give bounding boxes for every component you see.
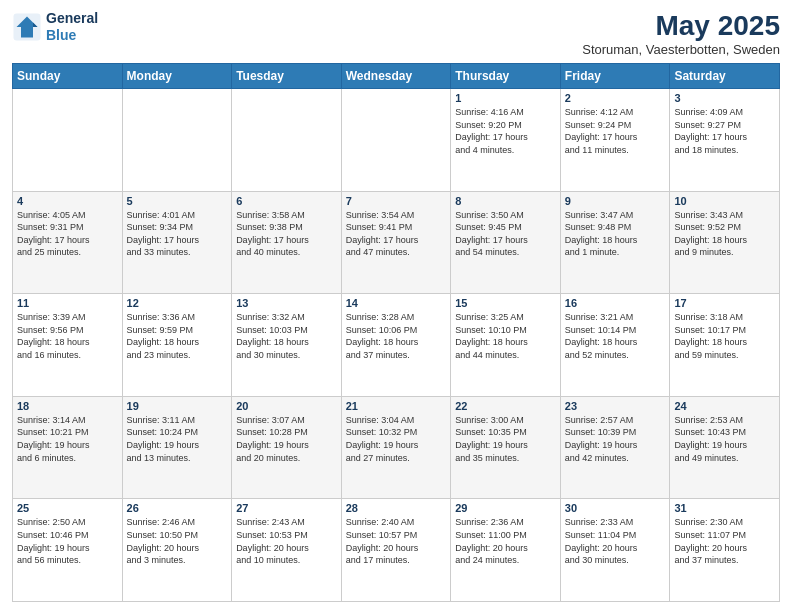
logo-text: General Blue: [46, 10, 98, 44]
day-info: Sunrise: 2:33 AM Sunset: 11:04 PM Daylig…: [565, 516, 666, 566]
day-info: Sunrise: 3:54 AM Sunset: 9:41 PM Dayligh…: [346, 209, 447, 259]
day-info: Sunrise: 3:47 AM Sunset: 9:48 PM Dayligh…: [565, 209, 666, 259]
calendar-col-header: Monday: [122, 64, 232, 89]
day-info: Sunrise: 2:36 AM Sunset: 11:00 PM Daylig…: [455, 516, 556, 566]
calendar-col-header: Friday: [560, 64, 670, 89]
day-info: Sunrise: 3:43 AM Sunset: 9:52 PM Dayligh…: [674, 209, 775, 259]
day-info: Sunrise: 4:12 AM Sunset: 9:24 PM Dayligh…: [565, 106, 666, 156]
calendar-cell: 13Sunrise: 3:32 AM Sunset: 10:03 PM Dayl…: [232, 294, 342, 397]
logo-icon: [12, 12, 42, 42]
day-info: Sunrise: 2:57 AM Sunset: 10:39 PM Daylig…: [565, 414, 666, 464]
calendar-cell: 29Sunrise: 2:36 AM Sunset: 11:00 PM Dayl…: [451, 499, 561, 602]
day-number: 31: [674, 502, 775, 514]
main-title: May 2025: [582, 10, 780, 42]
subtitle: Storuman, Vaesterbotten, Sweden: [582, 42, 780, 57]
day-number: 9: [565, 195, 666, 207]
calendar-week-row: 1Sunrise: 4:16 AM Sunset: 9:20 PM Daylig…: [13, 89, 780, 192]
day-number: 23: [565, 400, 666, 412]
day-number: 24: [674, 400, 775, 412]
day-info: Sunrise: 3:32 AM Sunset: 10:03 PM Daylig…: [236, 311, 337, 361]
calendar-cell: 19Sunrise: 3:11 AM Sunset: 10:24 PM Dayl…: [122, 396, 232, 499]
day-number: 5: [127, 195, 228, 207]
calendar-week-row: 11Sunrise: 3:39 AM Sunset: 9:56 PM Dayli…: [13, 294, 780, 397]
logo-line2: Blue: [46, 27, 98, 44]
day-info: Sunrise: 4:09 AM Sunset: 9:27 PM Dayligh…: [674, 106, 775, 156]
calendar-cell: 17Sunrise: 3:18 AM Sunset: 10:17 PM Dayl…: [670, 294, 780, 397]
calendar-week-row: 25Sunrise: 2:50 AM Sunset: 10:46 PM Dayl…: [13, 499, 780, 602]
day-number: 20: [236, 400, 337, 412]
calendar-cell: 6Sunrise: 3:58 AM Sunset: 9:38 PM Daylig…: [232, 191, 342, 294]
calendar-week-row: 4Sunrise: 4:05 AM Sunset: 9:31 PM Daylig…: [13, 191, 780, 294]
day-number: 2: [565, 92, 666, 104]
day-info: Sunrise: 3:18 AM Sunset: 10:17 PM Daylig…: [674, 311, 775, 361]
calendar-cell: 27Sunrise: 2:43 AM Sunset: 10:53 PM Dayl…: [232, 499, 342, 602]
day-number: 10: [674, 195, 775, 207]
day-number: 21: [346, 400, 447, 412]
day-info: Sunrise: 3:07 AM Sunset: 10:28 PM Daylig…: [236, 414, 337, 464]
calendar-cell: 21Sunrise: 3:04 AM Sunset: 10:32 PM Dayl…: [341, 396, 451, 499]
day-number: 11: [17, 297, 118, 309]
calendar-cell: 22Sunrise: 3:00 AM Sunset: 10:35 PM Dayl…: [451, 396, 561, 499]
calendar-col-header: Wednesday: [341, 64, 451, 89]
day-info: Sunrise: 4:16 AM Sunset: 9:20 PM Dayligh…: [455, 106, 556, 156]
day-number: 29: [455, 502, 556, 514]
calendar-cell: 12Sunrise: 3:36 AM Sunset: 9:59 PM Dayli…: [122, 294, 232, 397]
header: General Blue May 2025 Storuman, Vaesterb…: [12, 10, 780, 57]
calendar-cell: 1Sunrise: 4:16 AM Sunset: 9:20 PM Daylig…: [451, 89, 561, 192]
calendar-col-header: Saturday: [670, 64, 780, 89]
calendar-cell: 2Sunrise: 4:12 AM Sunset: 9:24 PM Daylig…: [560, 89, 670, 192]
calendar-cell: 3Sunrise: 4:09 AM Sunset: 9:27 PM Daylig…: [670, 89, 780, 192]
day-number: 7: [346, 195, 447, 207]
day-info: Sunrise: 3:00 AM Sunset: 10:35 PM Daylig…: [455, 414, 556, 464]
day-info: Sunrise: 4:01 AM Sunset: 9:34 PM Dayligh…: [127, 209, 228, 259]
day-info: Sunrise: 3:39 AM Sunset: 9:56 PM Dayligh…: [17, 311, 118, 361]
day-number: 27: [236, 502, 337, 514]
day-number: 1: [455, 92, 556, 104]
day-info: Sunrise: 2:46 AM Sunset: 10:50 PM Daylig…: [127, 516, 228, 566]
calendar-cell: 26Sunrise: 2:46 AM Sunset: 10:50 PM Dayl…: [122, 499, 232, 602]
calendar-cell: 23Sunrise: 2:57 AM Sunset: 10:39 PM Dayl…: [560, 396, 670, 499]
calendar-cell: [232, 89, 342, 192]
day-number: 19: [127, 400, 228, 412]
calendar-col-header: Sunday: [13, 64, 123, 89]
day-number: 4: [17, 195, 118, 207]
day-info: Sunrise: 2:50 AM Sunset: 10:46 PM Daylig…: [17, 516, 118, 566]
day-number: 14: [346, 297, 447, 309]
day-info: Sunrise: 2:43 AM Sunset: 10:53 PM Daylig…: [236, 516, 337, 566]
calendar-cell: 24Sunrise: 2:53 AM Sunset: 10:43 PM Dayl…: [670, 396, 780, 499]
day-info: Sunrise: 2:40 AM Sunset: 10:57 PM Daylig…: [346, 516, 447, 566]
day-number: 16: [565, 297, 666, 309]
calendar-cell: 25Sunrise: 2:50 AM Sunset: 10:46 PM Dayl…: [13, 499, 123, 602]
day-number: 3: [674, 92, 775, 104]
day-info: Sunrise: 3:58 AM Sunset: 9:38 PM Dayligh…: [236, 209, 337, 259]
day-number: 12: [127, 297, 228, 309]
logo-line1: General: [46, 10, 98, 27]
calendar-cell: 5Sunrise: 4:01 AM Sunset: 9:34 PM Daylig…: [122, 191, 232, 294]
calendar-cell: 8Sunrise: 3:50 AM Sunset: 9:45 PM Daylig…: [451, 191, 561, 294]
day-info: Sunrise: 3:04 AM Sunset: 10:32 PM Daylig…: [346, 414, 447, 464]
calendar-cell: [341, 89, 451, 192]
day-number: 18: [17, 400, 118, 412]
day-number: 6: [236, 195, 337, 207]
calendar-header-row: SundayMondayTuesdayWednesdayThursdayFrid…: [13, 64, 780, 89]
day-info: Sunrise: 3:14 AM Sunset: 10:21 PM Daylig…: [17, 414, 118, 464]
calendar-cell: 18Sunrise: 3:14 AM Sunset: 10:21 PM Dayl…: [13, 396, 123, 499]
day-info: Sunrise: 2:30 AM Sunset: 11:07 PM Daylig…: [674, 516, 775, 566]
day-info: Sunrise: 3:28 AM Sunset: 10:06 PM Daylig…: [346, 311, 447, 361]
day-number: 22: [455, 400, 556, 412]
calendar-cell: 4Sunrise: 4:05 AM Sunset: 9:31 PM Daylig…: [13, 191, 123, 294]
day-info: Sunrise: 3:21 AM Sunset: 10:14 PM Daylig…: [565, 311, 666, 361]
calendar-cell: 11Sunrise: 3:39 AM Sunset: 9:56 PM Dayli…: [13, 294, 123, 397]
calendar-week-row: 18Sunrise: 3:14 AM Sunset: 10:21 PM Dayl…: [13, 396, 780, 499]
day-number: 28: [346, 502, 447, 514]
title-block: May 2025 Storuman, Vaesterbotten, Sweden: [582, 10, 780, 57]
day-info: Sunrise: 3:11 AM Sunset: 10:24 PM Daylig…: [127, 414, 228, 464]
day-info: Sunrise: 3:36 AM Sunset: 9:59 PM Dayligh…: [127, 311, 228, 361]
day-number: 15: [455, 297, 556, 309]
day-number: 25: [17, 502, 118, 514]
calendar-cell: [13, 89, 123, 192]
day-number: 30: [565, 502, 666, 514]
day-number: 17: [674, 297, 775, 309]
day-number: 13: [236, 297, 337, 309]
day-info: Sunrise: 2:53 AM Sunset: 10:43 PM Daylig…: [674, 414, 775, 464]
